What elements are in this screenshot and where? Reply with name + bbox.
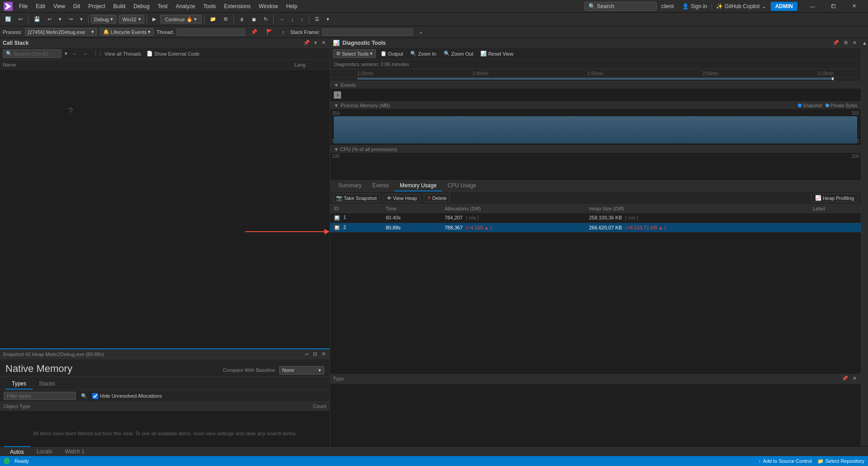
- stack-frame-expand[interactable]: ⌄: [416, 28, 426, 36]
- reset-view-button[interactable]: 📊 Reset View: [478, 50, 516, 57]
- status-bar: Ready ↑ Add to Source Control 📁 Select R…: [0, 456, 868, 466]
- back-button[interactable]: ←: [71, 50, 79, 57]
- tab-events[interactable]: Events: [367, 181, 394, 191]
- redo-button[interactable]: ↪: [66, 15, 76, 24]
- output-button[interactable]: 📋 Output: [378, 50, 406, 57]
- copilot-button[interactable]: ✨ GitHub Copilot ⌄: [716, 3, 766, 10]
- process-selector[interactable]: [27456] Metin2Debug.exe ▾: [25, 28, 97, 36]
- take-snapshot-button[interactable]: 📷 Take Snapshot: [333, 194, 380, 202]
- thread-pin-button[interactable]: 📌: [248, 28, 261, 36]
- admin-button[interactable]: ADMIN: [771, 2, 797, 11]
- thread-flag-button[interactable]: 🚩: [263, 28, 276, 36]
- view-all-threads-button[interactable]: ⋮⋮ View all Threads: [91, 50, 143, 57]
- menu-project[interactable]: Project: [85, 1, 109, 11]
- step-into-button[interactable]: ↓: [288, 15, 297, 24]
- tab-memory-usage[interactable]: Memory Usage: [394, 181, 442, 191]
- undo-button[interactable]: ↩: [44, 15, 55, 24]
- call-stack-search[interactable]: 🔍 Search (Ctrl+E): [3, 49, 62, 58]
- external-code-icon: 📄: [147, 51, 153, 57]
- events-section-title[interactable]: ▼ Events: [330, 81, 861, 89]
- table-row[interactable]: 📊 1 60.40s 784,207 ( n/a ) 258.100,36 KB…: [330, 213, 861, 223]
- table-row[interactable]: 📊 2 80.88s 788,367 (+4,160 ▲ ) 266.620,0…: [330, 223, 861, 233]
- filter-search-button[interactable]: 🔍: [80, 393, 89, 399]
- sidebar-up-button[interactable]: ▲: [861, 40, 868, 46]
- menu-test[interactable]: Test: [154, 1, 171, 11]
- menu-tools[interactable]: Tools: [199, 1, 219, 11]
- lang-column-header: Lang: [294, 62, 322, 67]
- bottom-pin-button[interactable]: 📌: [840, 375, 849, 382]
- zoom-in-button[interactable]: 🔍 Zoom In: [408, 50, 439, 57]
- stop-button[interactable]: ⏹: [248, 15, 260, 24]
- undo-dropdown[interactable]: ▾: [56, 15, 65, 24]
- tab-watch-1[interactable]: Watch 1: [58, 447, 91, 456]
- view-heap-button[interactable]: 👁 View Heap: [384, 194, 420, 202]
- cell-alloc-2: 788,367 (+4,160 ▲ ): [441, 223, 585, 233]
- thread-next-btn[interactable]: ↕: [279, 28, 288, 36]
- tab-cpu-usage[interactable]: CPU Usage: [442, 181, 481, 191]
- hide-unresolved-checkbox[interactable]: Hide Unresolved Allocations: [92, 393, 162, 399]
- new-button[interactable]: 🔄: [2, 15, 14, 24]
- menu-extensions[interactable]: Extensions: [220, 1, 254, 11]
- select-repository-button[interactable]: 📁 Select Repository: [817, 458, 864, 464]
- pause-button[interactable]: ⏸: [236, 15, 247, 24]
- select-tools-button[interactable]: ⚙ Select Tools ▾: [333, 49, 376, 58]
- menu-view[interactable]: View: [50, 1, 69, 11]
- maximize-button[interactable]: ⧠: [823, 0, 844, 13]
- close-button[interactable]: ✕: [844, 0, 864, 13]
- sign-in-button[interactable]: 👤 Sign in: [682, 3, 707, 10]
- close-call-stack-button[interactable]: ✕: [320, 39, 327, 46]
- tab-stacks[interactable]: Stacks: [33, 379, 62, 390]
- continue-dropdown[interactable]: Continue 🔥 ▾: [160, 15, 202, 24]
- stack-frame-input[interactable]: [323, 29, 413, 36]
- main-toolbar: 🔄 ↩ 💾 ↩ ▾ ↪ ▾ Debug ▾ Win32 ▾ ▶ Continue…: [0, 13, 868, 26]
- delete-snapshot-button[interactable]: ✕ Delete: [424, 194, 450, 202]
- global-search[interactable]: 🔍 Search: [584, 2, 657, 11]
- menu-git[interactable]: Git: [70, 1, 84, 11]
- open-file-button[interactable]: 📁: [207, 15, 219, 24]
- heap-profiling-button[interactable]: 📈 Heap Profiling: [811, 194, 858, 202]
- diag-close-button[interactable]: ✕: [851, 39, 858, 46]
- debug-dropdown-btn[interactable]: ▾: [323, 15, 332, 24]
- menu-help[interactable]: Help: [283, 1, 301, 11]
- restart-button[interactable]: ↻: [261, 15, 271, 24]
- step-over-button[interactable]: →: [276, 15, 287, 24]
- menu-analyze[interactable]: Analyze: [172, 1, 199, 11]
- snapshot-pin-button[interactable]: ▱: [304, 351, 310, 357]
- menu-window[interactable]: Window: [255, 1, 282, 11]
- diag-pin-button[interactable]: 📌: [831, 39, 840, 46]
- menu-edit[interactable]: Edit: [32, 1, 49, 11]
- more-debug-btn[interactable]: ☰: [312, 15, 323, 24]
- menu-debug[interactable]: Debug: [130, 1, 153, 11]
- thread-input[interactable]: [176, 29, 245, 36]
- dropdown-call-stack-button[interactable]: ▾: [313, 39, 318, 46]
- minimize-button[interactable]: —: [802, 0, 823, 13]
- search-options-button[interactable]: ▾: [63, 50, 69, 57]
- diag-settings-button[interactable]: ⚙: [842, 39, 849, 46]
- snapshot-close-button[interactable]: ✕: [320, 351, 327, 357]
- zoom-out-button[interactable]: 🔍 Zoom Out: [441, 50, 476, 57]
- tab-types[interactable]: Types: [5, 379, 33, 390]
- step-out-button[interactable]: ↑: [298, 15, 307, 24]
- snapshot-expand-button[interactable]: ⊡: [312, 351, 318, 357]
- baseline-dropdown[interactable]: None ▾: [279, 366, 324, 375]
- platform-dropdown[interactable]: Win32 ▾: [119, 15, 144, 24]
- debug-config-dropdown[interactable]: Debug ▾: [91, 15, 116, 24]
- forward-button[interactable]: →: [81, 50, 90, 57]
- menu-file[interactable]: File: [15, 1, 31, 11]
- save-all-button[interactable]: 💾: [31, 15, 43, 24]
- add-to-source-control-button[interactable]: ↑ Add to Source Control: [759, 458, 812, 464]
- tab-summary[interactable]: Summary: [333, 181, 367, 191]
- bottom-close-button[interactable]: ✕: [851, 375, 858, 382]
- lifecycle-events-button[interactable]: 🔔 Lifecycle Events ▾: [100, 28, 154, 36]
- tab-autos[interactable]: Autos: [4, 446, 30, 457]
- tab-locals[interactable]: Locals: [30, 447, 59, 456]
- menu-build[interactable]: Build: [110, 1, 129, 11]
- open-button[interactable]: ↩: [15, 15, 26, 24]
- show-external-code-button[interactable]: 📄 Show External Code: [145, 50, 201, 57]
- snapshot-icon: 📷: [336, 195, 342, 201]
- settings-btn[interactable]: ⚙: [220, 15, 231, 24]
- start-button[interactable]: ▶: [149, 15, 159, 24]
- filter-types-input[interactable]: [4, 392, 76, 400]
- redo-dropdown[interactable]: ▾: [77, 15, 86, 24]
- pin-call-stack-button[interactable]: 📌: [302, 39, 311, 46]
